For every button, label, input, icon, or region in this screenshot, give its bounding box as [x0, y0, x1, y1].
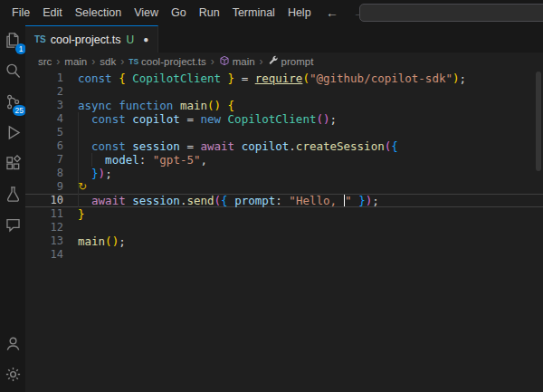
line-number[interactable]: 5: [25, 126, 63, 139]
code-line-6[interactable]: 6 const session = await copilot.createSe…: [25, 139, 543, 153]
activity-bar-explorer[interactable]: 1: [2, 31, 24, 53]
code-content: });: [63, 167, 543, 180]
menu-file[interactable]: File: [5, 6, 36, 19]
code-editor[interactable]: 1const { CopilotClient } = require("@git…: [25, 70, 543, 392]
code-line-1[interactable]: 1const { CopilotClient } = require("@git…: [25, 72, 543, 85]
code-token: .: [289, 139, 296, 153]
code-line-7[interactable]: 7 model: "gpt-5",: [25, 153, 543, 167]
code-token: CopilotClient: [228, 112, 317, 126]
code-token: {: [391, 139, 398, 153]
breadcrumb-item-src[interactable]: src: [38, 56, 52, 67]
line-number[interactable]: 12: [25, 221, 63, 234]
menu-edit[interactable]: Edit: [36, 6, 69, 19]
code-line-13[interactable]: 13main();: [25, 234, 543, 248]
breadcrumb-separator: ›: [211, 55, 214, 68]
code-token: :: [275, 194, 289, 207]
code-line-11[interactable]: 11}: [25, 207, 543, 221]
line-number[interactable]: 14: [25, 248, 63, 262]
menu-terminal[interactable]: Terminal: [226, 6, 281, 19]
activity-bar-run-debug[interactable]: [2, 123, 24, 145]
code-content: const { CopilotClient } = require("@gith…: [63, 72, 543, 85]
activity-bar-testing[interactable]: [2, 185, 24, 206]
unsaved-dot-icon[interactable]: ●: [143, 34, 148, 44]
code-token: ): [452, 72, 460, 85]
activity-bar-chat[interactable]: [2, 215, 24, 237]
breadcrumb-separator: ›: [120, 55, 124, 68]
code-token: ": [345, 194, 352, 207]
source-control-badge: 25: [13, 105, 26, 116]
code-token: const: [91, 112, 132, 126]
line-number[interactable]: 4: [25, 112, 63, 126]
menu-selection[interactable]: Selection: [69, 6, 128, 19]
code-line-2[interactable]: 2: [25, 85, 543, 99]
code-lines: 1const { CopilotClient } = require("@git…: [25, 72, 543, 262]
code-token: "gpt-5": [153, 153, 201, 167]
line-number[interactable]: 6: [25, 139, 63, 153]
code-line-14[interactable]: 14: [25, 248, 543, 262]
activity-bar-extensions[interactable]: [2, 154, 24, 176]
code-token: [78, 112, 91, 126]
code-token: new: [200, 112, 227, 126]
chat-icon: [5, 216, 22, 237]
code-token: [221, 72, 228, 85]
activity-bar-source-control[interactable]: 25: [2, 92, 24, 114]
menu-bar: FileEditSelectionViewGoRunTerminalHelp ←…: [0, 0, 543, 25]
line-number[interactable]: 11: [25, 207, 63, 221]
scrollbar-thumb[interactable]: [536, 72, 541, 171]
line-number[interactable]: 9: [25, 180, 63, 194]
indent-guide: [78, 112, 79, 126]
typescript-file-icon: TS: [34, 34, 46, 44]
line-number[interactable]: 1: [25, 72, 63, 85]
activity-bar-settings[interactable]: [2, 365, 24, 387]
code-line-4[interactable]: 4 const copilot = new CopilotClient();: [25, 112, 543, 126]
code-token: (: [207, 99, 214, 112]
menu-view[interactable]: View: [128, 6, 165, 19]
menu-run[interactable]: Run: [193, 6, 226, 19]
tab-title: cool-project.ts: [51, 33, 121, 46]
code-content: async function main() {: [63, 99, 543, 112]
tab-cool-project[interactable]: TS cool-project.ts U ●: [25, 25, 158, 53]
code-token: }: [358, 194, 366, 207]
breadcrumb-separator: ›: [260, 55, 263, 68]
code-line-9[interactable]: 9↻: [25, 180, 543, 194]
code-line-3[interactable]: 3async function main() {: [25, 99, 543, 112]
activity-bar-search[interactable]: [2, 62, 24, 83]
line-number[interactable]: 8: [25, 167, 63, 180]
code-line-10[interactable]: 10 await session.send({ prompt: "Hello, …: [25, 194, 543, 207]
code-content: [63, 126, 543, 139]
code-token: {: [119, 72, 126, 85]
code-line-12[interactable]: 12: [25, 221, 543, 234]
code-token: prompt: [234, 194, 275, 207]
testing-icon: [5, 186, 22, 206]
activity-bar-account[interactable]: [2, 334, 24, 356]
menu-help[interactable]: Help: [281, 6, 318, 19]
line-number[interactable]: 13: [25, 234, 63, 248]
command-center[interactable]: [359, 4, 543, 22]
back-icon[interactable]: ←: [326, 5, 338, 20]
indent-guide: [78, 153, 79, 167]
code-token: await: [200, 139, 241, 153]
breadcrumb-item-main[interactable]: main: [64, 56, 87, 67]
breadcrumb-item-cool-project-ts[interactable]: TScool-project.ts: [129, 56, 205, 67]
line-number[interactable]: 2: [25, 85, 63, 99]
line-number[interactable]: 3: [25, 99, 63, 112]
code-token: (: [214, 194, 222, 207]
code-content: [63, 85, 543, 99]
code-token: [221, 99, 228, 112]
code-line-5[interactable]: 5: [25, 126, 543, 139]
code-token: =: [234, 72, 255, 85]
code-line-8[interactable]: 8 });: [25, 167, 543, 180]
code-token: ;: [119, 234, 126, 248]
menu-go[interactable]: Go: [165, 6, 193, 19]
breadcrumb-item-main[interactable]: main: [219, 55, 255, 68]
vertical-scrollbar[interactable]: [534, 70, 543, 392]
editor-group: TS cool-project.ts U ● src›main›sdk›TSco…: [25, 25, 543, 392]
ts-icon: TS: [129, 57, 138, 66]
code-token: ;: [372, 194, 379, 207]
line-number[interactable]: 7: [25, 153, 63, 167]
breadcrumb-item-sdk[interactable]: sdk: [100, 56, 116, 67]
line-number[interactable]: 10: [25, 194, 63, 207]
breadcrumb-item-prompt[interactable]: prompt: [268, 55, 314, 68]
code-action-icon[interactable]: ↻: [78, 180, 87, 194]
code-token: "Hello,: [289, 194, 343, 207]
